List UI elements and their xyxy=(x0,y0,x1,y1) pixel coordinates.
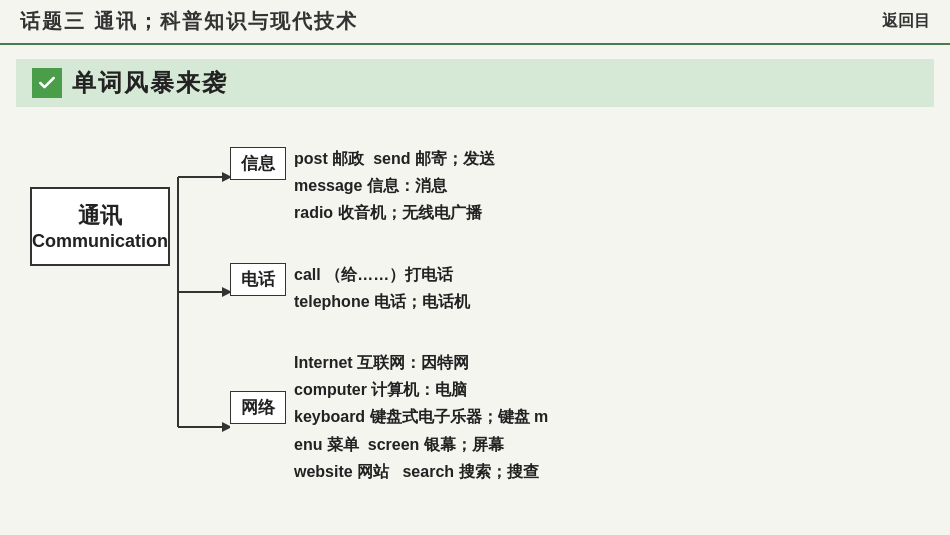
cat-label-phone: 电话 xyxy=(230,263,286,296)
header-title: 话题三 通讯；科普知识与现代技术 xyxy=(20,8,358,35)
svg-marker-5 xyxy=(222,287,230,297)
cat-content-net: Internet 互联网：因特网 computer 计算机：电脑 keyboar… xyxy=(286,349,548,485)
center-box-english: Communication xyxy=(32,231,168,252)
category-row-net: 网络 Internet 互联网：因特网 computer 计算机：电脑 keyb… xyxy=(230,349,920,485)
section-title-text: 单词风暴来袭 xyxy=(72,67,228,99)
category-row-phone: 电话 call （给……）打电话 telephone 电话；电话机 xyxy=(230,261,920,315)
checkmark-icon xyxy=(32,68,62,98)
main-content: 通讯 Communication 信息 post 邮政 send 邮寄；发送 xyxy=(0,117,950,517)
connector-lines xyxy=(170,127,230,507)
header: 话题三 通讯；科普知识与现代技术 返回目 xyxy=(0,0,950,45)
cat-content-phone: call （给……）打电话 telephone 电话；电话机 xyxy=(286,261,470,315)
center-box-chinese: 通讯 xyxy=(78,201,122,231)
cat-net-line3: keyboard 键盘式电子乐器；键盘 m xyxy=(294,408,548,425)
cat-info-line3: radio 收音机；无线电广播 xyxy=(294,204,482,221)
category-row-info: 信息 post 邮政 send 邮寄；发送 message 信息：消息 radi… xyxy=(230,145,920,227)
categories-list: 信息 post 邮政 send 邮寄；发送 message 信息：消息 radi… xyxy=(230,127,920,485)
cat-label-info: 信息 xyxy=(230,147,286,180)
cat-net-line5: website 网站 search 搜索；搜查 xyxy=(294,463,539,480)
cat-phone-line1: call （给……）打电话 xyxy=(294,266,453,283)
cat-info-line1: post 邮政 send 邮寄；发送 xyxy=(294,150,495,167)
svg-marker-6 xyxy=(222,422,230,432)
cat-content-info: post 邮政 send 邮寄；发送 message 信息：消息 radio 收… xyxy=(286,145,495,227)
center-box: 通讯 Communication xyxy=(30,187,170,266)
cat-label-net: 网络 xyxy=(230,391,286,424)
cat-net-line1: Internet 互联网：因特网 xyxy=(294,354,469,371)
cat-info-line2: message 信息：消息 xyxy=(294,177,447,194)
cat-net-line4: enu 菜单 screen 银幕；屏幕 xyxy=(294,436,504,453)
section-title-bar: 单词风暴来袭 xyxy=(16,59,934,107)
back-button[interactable]: 返回目 xyxy=(882,11,930,32)
cat-phone-line2: telephone 电话；电话机 xyxy=(294,293,470,310)
svg-marker-4 xyxy=(222,172,230,182)
cat-net-line2: computer 计算机：电脑 xyxy=(294,381,467,398)
